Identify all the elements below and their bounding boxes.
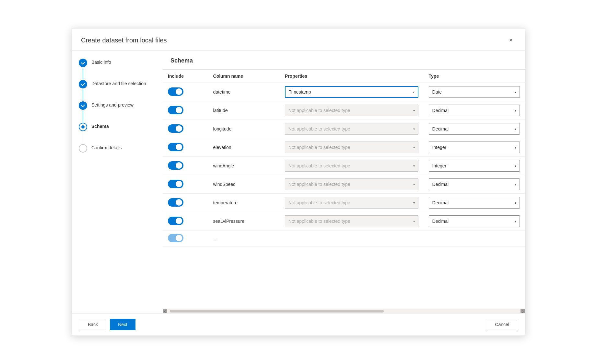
table-row: ... — [163, 231, 525, 247]
include-toggle-2[interactable] — [168, 124, 183, 133]
dialog-footer: Back Next Cancel — [72, 313, 525, 336]
type-chevron-5: ▾ — [515, 183, 516, 186]
section-title: Schema — [163, 57, 525, 69]
close-button[interactable]: × — [506, 35, 516, 45]
column-name-cell-1: latitude — [208, 101, 280, 120]
table-row: windSpeedNot applicable to selected type… — [163, 175, 525, 194]
column-name-cell-3: elevation — [208, 138, 280, 157]
properties-dropdown-5[interactable]: Not applicable to selected type▾ — [285, 178, 418, 190]
table-row: longitudeNot applicable to selected type… — [163, 120, 525, 138]
step-connector-1 — [83, 68, 83, 79]
type-chevron-0: ▾ — [515, 90, 516, 94]
col-include: Include — [163, 70, 208, 83]
type-chevron-1: ▾ — [515, 109, 516, 112]
schema-table-container[interactable]: Include Column name Properties Type date… — [163, 69, 525, 309]
type-dropdown-1[interactable]: Decimal▾ — [429, 105, 520, 116]
properties-chevron-0: ▾ — [413, 90, 415, 94]
step-label-settings: Settings and preview — [88, 101, 134, 112]
step-circle-datastore — [79, 80, 87, 88]
include-toggle-6[interactable] — [168, 198, 183, 207]
table-header-row: Include Column name Properties Type — [163, 70, 525, 83]
properties-chevron-1: ▾ — [413, 109, 415, 112]
col-properties: Properties — [280, 70, 424, 83]
column-name-cell-4: windAngle — [208, 157, 280, 175]
type-dropdown-2[interactable]: Decimal▾ — [429, 123, 520, 135]
table-row: datetimeTimestamp▾Date▾ — [163, 83, 525, 101]
schema-table: Include Column name Properties Type date… — [163, 70, 525, 247]
step-label-confirm: Confirm details — [88, 144, 122, 154]
properties-dropdown-6[interactable]: Not applicable to selected type▾ — [285, 197, 418, 209]
main-content: Schema Include Column name Properties Ty… — [163, 51, 525, 313]
column-name-cell-6: temperature — [208, 194, 280, 212]
step-label-basic-info: Basic info — [88, 59, 111, 69]
step-schema: Schema — [78, 123, 156, 144]
type-dropdown-0[interactable]: Date▾ — [429, 86, 520, 98]
column-name-cell-2: longitude — [208, 120, 280, 138]
col-type: Type — [424, 70, 525, 83]
scroll-right-arrow[interactable]: › — [521, 309, 525, 313]
type-dropdown-6[interactable]: Decimal▾ — [429, 197, 520, 209]
type-dropdown-7[interactable]: Decimal▾ — [429, 215, 520, 227]
step-label-schema: Schema — [88, 123, 109, 133]
include-toggle-5[interactable] — [168, 180, 183, 188]
step-connector-3 — [83, 110, 83, 122]
type-dropdown-3[interactable]: Integer▾ — [429, 142, 520, 153]
step-basic-info: Basic info — [78, 59, 156, 80]
include-toggle-3[interactable] — [168, 143, 183, 151]
properties-chevron-2: ▾ — [413, 127, 415, 131]
column-name-cell-0: datetime — [208, 83, 280, 101]
scroll-left-arrow[interactable]: ‹ — [163, 309, 167, 313]
include-toggle-4[interactable] — [168, 161, 183, 170]
table-row: latitudeNot applicable to selected type▾… — [163, 101, 525, 120]
step-datastore: Datastore and file selection — [78, 80, 156, 101]
cancel-button[interactable]: Cancel — [487, 319, 517, 330]
column-name-cell-5: windSpeed — [208, 175, 280, 194]
properties-chevron-3: ▾ — [413, 146, 415, 149]
table-row: windAngleNot applicable to selected type… — [163, 157, 525, 175]
horizontal-scrollbar[interactable]: ‹ › — [163, 309, 525, 313]
properties-dropdown-4[interactable]: Not applicable to selected type▾ — [285, 160, 418, 172]
type-dropdown-5[interactable]: Decimal▾ — [429, 178, 520, 190]
include-toggle-1[interactable] — [168, 106, 183, 114]
dialog-body: Basic info Datastore and file selection — [72, 51, 525, 313]
col-column-name: Column name — [208, 70, 280, 83]
step-circle-schema — [79, 123, 87, 131]
type-dropdown-4[interactable]: Integer▾ — [429, 160, 520, 172]
dialog-title: Create dataset from local files — [81, 37, 167, 44]
table-row: seaLvlPressureNot applicable to selected… — [163, 212, 525, 231]
include-toggle-7[interactable] — [168, 217, 183, 225]
properties-chevron-4: ▾ — [413, 164, 415, 168]
type-chevron-2: ▾ — [515, 127, 516, 131]
table-row: elevationNot applicable to selected type… — [163, 138, 525, 157]
properties-dropdown-2[interactable]: Not applicable to selected type▾ — [285, 123, 418, 135]
create-dataset-dialog: Create dataset from local files × Basic … — [72, 28, 525, 336]
properties-dropdown-7[interactable]: Not applicable to selected type▾ — [285, 215, 418, 227]
back-button[interactable]: Back — [80, 319, 106, 330]
step-settings: Settings and preview — [78, 101, 156, 123]
include-toggle-0[interactable] — [168, 87, 183, 96]
table-row: temperatureNot applicable to selected ty… — [163, 194, 525, 212]
step-label-datastore: Datastore and file selection — [88, 80, 146, 90]
type-chevron-4: ▾ — [515, 164, 516, 168]
properties-dropdown-1[interactable]: Not applicable to selected type▾ — [285, 105, 418, 116]
column-name-cell-8: ... — [208, 231, 280, 247]
footer-right: Cancel — [487, 319, 517, 330]
properties-chevron-7: ▾ — [413, 220, 415, 223]
step-connector-4 — [83, 132, 83, 143]
scroll-thumb[interactable] — [170, 310, 384, 313]
step-circle-settings — [79, 101, 87, 110]
type-chevron-7: ▾ — [515, 220, 516, 223]
dialog-header: Create dataset from local files × — [72, 28, 525, 51]
properties-chevron-5: ▾ — [413, 183, 415, 186]
properties-dropdown-0[interactable]: Timestamp▾ — [285, 86, 418, 98]
step-circle-basic-info — [79, 59, 87, 67]
type-chevron-3: ▾ — [515, 146, 516, 149]
step-circle-confirm — [79, 144, 87, 153]
column-name-cell-7: seaLvlPressure — [208, 212, 280, 231]
type-chevron-6: ▾ — [515, 201, 516, 205]
next-button[interactable]: Next — [110, 319, 135, 330]
properties-dropdown-3[interactable]: Not applicable to selected type▾ — [285, 142, 418, 153]
sidebar: Basic info Datastore and file selection — [72, 51, 163, 313]
step-confirm: Confirm details — [78, 144, 156, 154]
include-toggle-8[interactable] — [168, 234, 183, 242]
